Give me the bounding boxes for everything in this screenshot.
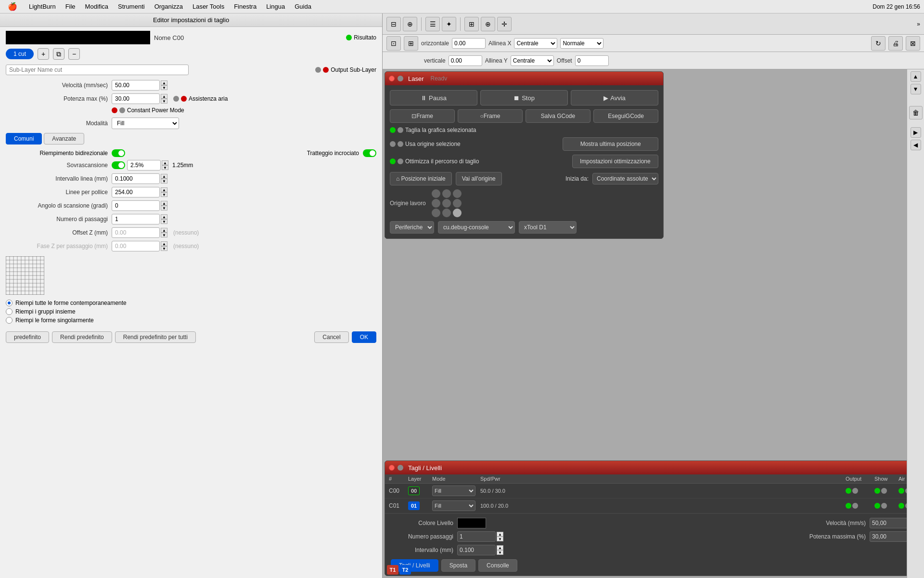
vai-origine-btn[interactable]: Vai all'origine <box>456 172 502 185</box>
side-down-btn[interactable]: ▼ <box>911 84 921 94</box>
tagli-gear-btn[interactable] <box>398 465 403 471</box>
sovra-stepper[interactable]: ▲ ▼ <box>162 160 168 170</box>
btn-rendi-tutti[interactable]: Rendi predefinito per tutti <box>115 331 196 343</box>
fase-z-stepper[interactable]: ▲ ▼ <box>161 241 167 251</box>
side-up-btn[interactable]: ▲ <box>911 71 921 82</box>
menu-guida[interactable]: Guida <box>291 2 315 11</box>
potenza-up[interactable]: ▲ <box>161 94 167 99</box>
mostra-ultima-btn[interactable]: Mostra ultima posizione <box>563 137 658 151</box>
intervallo-footer-stepper[interactable]: ▲ ▼ <box>497 545 503 555</box>
origin-dot-mc[interactable] <box>442 199 451 208</box>
fase-z-up[interactable]: ▲ <box>161 241 167 246</box>
pausa-btn[interactable]: ⏸ Pausa <box>390 90 477 105</box>
origin-dot-bl[interactable] <box>432 209 440 217</box>
row-c00-mode[interactable]: Fill <box>432 486 475 496</box>
menu-laser-tools[interactable]: Laser Tools <box>189 2 228 11</box>
cut-tab[interactable]: 1 cut <box>6 49 34 59</box>
offset-input[interactable] <box>575 55 609 66</box>
align-refresh-btn[interactable]: ↻ <box>871 36 886 51</box>
table-row[interactable]: C01 01 Fill 100.0 / 20.0 <box>385 499 922 513</box>
align-icon-1[interactable]: ⊡ <box>386 36 401 51</box>
side-left-btn[interactable]: ◀ <box>911 140 921 150</box>
potenza-footer-input[interactable] <box>870 531 908 542</box>
angolo-down[interactable]: ▼ <box>161 206 167 210</box>
colore-box[interactable] <box>457 518 486 528</box>
tratteggio-toggle[interactable] <box>363 149 376 157</box>
debug-console-select[interactable]: cu.debug-console <box>438 221 515 234</box>
normale-select[interactable]: Normale <box>560 38 603 49</box>
sovra-input[interactable] <box>127 160 161 171</box>
linee-stepper[interactable]: ▲ ▼ <box>161 187 167 197</box>
btn-ok[interactable]: OK <box>352 331 376 343</box>
row-c01-badge[interactable]: 01 <box>408 501 420 510</box>
btn-consolle[interactable]: Consolle <box>478 559 517 572</box>
menu-modifica[interactable]: Modifica <box>81 2 112 11</box>
btn-cancel[interactable]: Cancel <box>314 331 348 343</box>
xtool-select[interactable]: xTool D1 <box>519 221 577 234</box>
intervallo-footer-input[interactable] <box>457 545 496 555</box>
periferiche-select[interactable]: Periferiche <box>390 221 434 234</box>
origin-dot-bc[interactable] <box>442 209 451 217</box>
menu-strumenti[interactable]: Strumenti <box>114 2 149 11</box>
orizzontale-input[interactable] <box>452 38 486 49</box>
intervallo-up[interactable]: ▲ <box>161 174 167 179</box>
canvas-area[interactable]: Laser Readv ⏸ Pausa ⏹ Stop <box>383 69 924 578</box>
passaggi-stepper[interactable]: ▲ ▼ <box>161 214 167 224</box>
sovra-toggle[interactable] <box>112 161 125 169</box>
output-sublayer-toggle[interactable]: Output Sub-Layer <box>315 66 376 73</box>
velocita-up[interactable]: ▲ <box>161 80 167 85</box>
int-down[interactable]: ▼ <box>497 550 503 555</box>
origin-dot-tc[interactable] <box>442 189 451 198</box>
menu-lightburn[interactable]: LightBurn <box>25 2 60 11</box>
side-right-btn[interactable]: ▶ <box>911 127 921 138</box>
copy-layer-btn[interactable]: ⧉ <box>53 48 64 60</box>
laser-close-btn[interactable] <box>389 76 395 81</box>
toolbar-btn-4[interactable]: ✦ <box>442 17 456 31</box>
fase-z-input[interactable] <box>112 241 160 251</box>
intervallo-stepper[interactable]: ▲ ▼ <box>161 174 167 184</box>
t1-tab[interactable]: T1 <box>387 565 398 575</box>
modalita-select[interactable]: Fill Line Fill+Line <box>112 118 179 129</box>
passaggi-footer-stepper[interactable]: ▲ ▼ <box>497 532 503 541</box>
laser-gear-btn[interactable] <box>398 76 403 81</box>
fase-z-down[interactable]: ▼ <box>161 246 167 251</box>
angolo-input[interactable] <box>112 200 160 211</box>
passaggi-input[interactable] <box>112 214 160 224</box>
tab-avanzate[interactable]: Avanzate <box>44 133 84 144</box>
velocita-input[interactable] <box>112 80 160 91</box>
align-icon-2[interactable]: ⊞ <box>404 36 418 51</box>
origin-dot-tr[interactable] <box>453 189 462 198</box>
menu-lingua[interactable]: Lingua <box>262 2 289 11</box>
origin-dot-mr[interactable] <box>453 199 462 208</box>
table-row[interactable]: C00 00 Fill 50.0 / 30.0 <box>385 484 922 499</box>
apple-menu[interactable]: 🍎 <box>4 1 21 12</box>
num-passaggi-input[interactable] <box>457 531 496 542</box>
toolbar-btn-2[interactable]: ⊕ <box>403 17 417 31</box>
offset-z-stepper[interactable]: ▲ ▼ <box>161 228 167 237</box>
tagli-close-btn[interactable] <box>389 465 395 471</box>
remove-layer-btn[interactable]: − <box>68 48 80 60</box>
menu-organizza[interactable]: Organizza <box>151 2 187 11</box>
posizione-iniziale-btn[interactable]: ⌂ Posizione iniziale <box>390 172 452 185</box>
salva-gcode-btn[interactable]: Salva GCode <box>526 109 590 123</box>
row-c00-badge[interactable]: 00 <box>408 486 420 495</box>
radio-tutte[interactable] <box>6 300 13 306</box>
radio-gruppi[interactable] <box>6 308 13 315</box>
avvia-btn[interactable]: ▶ Avvia <box>571 90 658 105</box>
potenza-input[interactable] <box>112 93 160 104</box>
frame1-btn[interactable]: ⊡ Frame <box>390 109 455 123</box>
menu-finestra[interactable]: Finestra <box>230 2 260 11</box>
t2-tab[interactable]: T2 <box>399 565 411 575</box>
linee-input[interactable] <box>112 187 160 197</box>
passaggi-up[interactable]: ▲ <box>161 214 167 219</box>
int-up[interactable]: ▲ <box>497 545 503 550</box>
toolbar-btn-5[interactable]: ⊞ <box>464 17 479 31</box>
esegui-gcode-btn[interactable]: EseguiGCode <box>593 109 658 123</box>
row-c01-mode[interactable]: Fill <box>432 500 475 511</box>
btn-rendi[interactable]: Rendi predefinito <box>52 331 112 343</box>
align-print-btn[interactable]: 🖨 <box>888 36 903 51</box>
potenza-stepper[interactable]: ▲ ▼ <box>161 94 167 104</box>
align-layer-btn[interactable]: ⊠ <box>906 36 920 51</box>
verticale-input[interactable] <box>449 55 482 66</box>
btn-sposta[interactable]: Sposta <box>441 559 475 572</box>
